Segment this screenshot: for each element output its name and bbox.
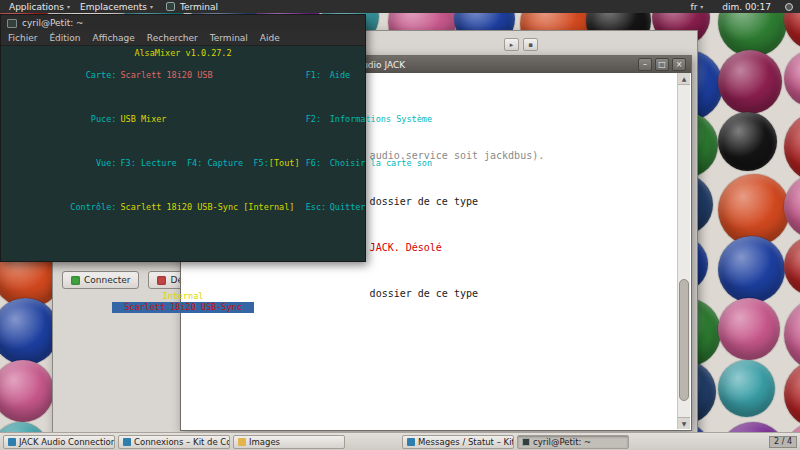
- terminal-content[interactable]: AlsaMixer v1.0.27.2 Carte:Scarlett 18i20…: [1, 46, 365, 261]
- menu-item[interactable]: Affichage: [93, 33, 135, 43]
- alsamixer-row-label: Puce:: [68, 114, 116, 125]
- window-icon: [8, 438, 16, 446]
- window-icon: [238, 438, 246, 446]
- window-title: cyril@Petit: ~: [22, 18, 84, 28]
- chevron-down-icon: ▾: [700, 3, 703, 10]
- terminal-icon: [166, 2, 175, 11]
- taskbar-window-label: Messages / Statut – Kit de Conne...: [418, 437, 514, 447]
- connect-button-label: Connecter: [84, 275, 130, 285]
- alsamixer-selected-control[interactable]: Scarlett 18i20 USB-Sync: [112, 302, 254, 313]
- desktop-art-circle: [718, 236, 785, 303]
- scroll-up-icon[interactable]: ▲: [678, 73, 690, 85]
- terminal-icon: [7, 19, 17, 28]
- menu-item[interactable]: Rechercher: [147, 33, 198, 43]
- taskbar-window-button[interactable]: Connexions – Kit de Connexion Au...: [118, 435, 230, 449]
- desktop-art-circle: [718, 50, 782, 114]
- toolbar-icon-2[interactable]: ▪: [523, 38, 538, 51]
- alsamixer-header: Carte:Scarlett 18i20 USB F1:Aide Puce:US…: [1, 59, 365, 235]
- alsamixer-row-value: Scarlett 18i20 USB: [120, 70, 212, 80]
- chevron-down-icon: ▾: [150, 3, 153, 10]
- fkey-label: F2:: [306, 114, 330, 125]
- menu-item[interactable]: Aide: [260, 33, 280, 43]
- fkey-label: F6:: [306, 158, 330, 169]
- desktop-art-circle: [784, 50, 800, 107]
- workspace-indicator-label: 2 / 4: [774, 437, 792, 446]
- menu-item[interactable]: Édition: [49, 33, 80, 43]
- desktop-art-circle: [784, 174, 800, 239]
- places-menu[interactable]: Emplacements ▾: [75, 0, 158, 13]
- scroll-down-icon[interactable]: ▼: [678, 417, 690, 429]
- taskbar-window-button[interactable]: Images: [233, 435, 345, 449]
- keyboard-layout-indicator[interactable]: fr ▾: [685, 2, 708, 12]
- taskbar-window-button[interactable]: cyril@Petit: ~: [517, 435, 629, 449]
- desktop-art-circle: [718, 112, 777, 171]
- alsamixer-info-row: Contrôle:Scarlett 18i20 USB-Sync [Intern…: [1, 191, 365, 235]
- terminal-window: cyril@Petit: ~ Fichier Édition Affichage…: [0, 14, 366, 262]
- desktop-art-circle: [784, 236, 800, 296]
- scrollbar-thumb[interactable]: [679, 279, 689, 400]
- connect-icon: [71, 276, 80, 285]
- places-menu-label: Emplacements: [80, 2, 147, 12]
- keyboard-layout-label: fr: [690, 2, 697, 12]
- window-icon: [522, 438, 530, 446]
- alsamixer-title: AlsaMixer v1.0.27.2: [1, 48, 365, 59]
- taskbar-window-label: Connexions – Kit de Connexion Au...: [134, 437, 230, 447]
- maximize-icon[interactable]: □: [655, 58, 669, 71]
- taskbar-window-button[interactable]: JACK Audio Connection Kit [(par...: [3, 435, 115, 449]
- desktop-art-circle: [0, 360, 54, 422]
- menu-item[interactable]: Terminal: [210, 33, 248, 43]
- applications-menu[interactable]: Applications ▾: [4, 0, 75, 13]
- disconnect-icon: [157, 276, 166, 285]
- session-status-icon[interactable]: [785, 3, 793, 11]
- taskbar-window-label: cyril@Petit: ~: [533, 437, 591, 447]
- alsamixer-row-value: USB Mixer: [120, 114, 166, 124]
- fkey-label: Esc:: [306, 202, 330, 213]
- alsamixer-row-label: Carte:: [68, 70, 116, 81]
- vertical-scrollbar[interactable]: ▲ ▼: [677, 73, 690, 429]
- log-line: [189, 380, 674, 392]
- log-line: [189, 426, 674, 430]
- menu-item[interactable]: Fichier: [8, 33, 37, 43]
- close-icon[interactable]: ×: [672, 58, 686, 71]
- desktop: Applications ▾ Emplacements ▾ Terminal f…: [0, 0, 800, 450]
- fkey-label: F1:: [306, 70, 330, 81]
- active-app-indicator[interactable]: Terminal: [175, 0, 223, 13]
- toolbar-icon-1[interactable]: ▸: [504, 38, 519, 51]
- fkey-description: Aide: [330, 70, 350, 80]
- desktop-art-circle: [784, 360, 800, 428]
- alsamixer-fkey-hint: F1:Aide: [234, 59, 350, 92]
- taskbar-window-label: JACK Audio Connection Kit [(par...: [19, 437, 115, 447]
- minimize-icon[interactable]: –: [638, 58, 652, 71]
- clock[interactable]: dim. 00:17: [717, 2, 776, 12]
- connect-button[interactable]: Connecter: [62, 271, 139, 289]
- fkey-description: Choisir la carte son: [330, 158, 432, 168]
- desktop-art-circle: [784, 112, 800, 182]
- window-controls: – □ ×: [638, 58, 686, 71]
- terminal-titlebar[interactable]: cyril@Petit: ~: [1, 15, 365, 31]
- clock-label: dim. 00:17: [722, 2, 771, 12]
- jack-main-toolbar: ▸ ▪: [504, 38, 538, 51]
- taskbar-window-label: Images: [249, 437, 280, 447]
- alsamixer-fkey-hint: F2:Informations Système: [234, 103, 432, 136]
- alsamixer-info-row: Vue:F3: Lecture F4: Capture F5:[Tout] F6…: [1, 147, 365, 191]
- applications-menu-label: Applications: [9, 2, 64, 12]
- alsamixer-info-row: Puce:USB Mixer F2:Informations Système: [1, 103, 365, 147]
- alsamixer-fkey-hint: Esc:Quitter: [234, 191, 365, 224]
- log-line: [189, 334, 674, 346]
- panel-status-area: fr ▾ dim. 00:17: [685, 2, 796, 12]
- desktop-art-circle: [784, 298, 800, 371]
- alsamixer-item-value: Internal: [1, 291, 365, 302]
- taskbar-window-button[interactable]: Messages / Statut – Kit de Conne...: [402, 435, 514, 449]
- desktop-art-circle: [718, 360, 775, 417]
- chevron-down-icon: ▾: [67, 3, 70, 10]
- alsamixer-row-label: Vue:: [68, 158, 116, 169]
- terminal-menubar: Fichier Édition Affichage Rechercher Ter…: [1, 31, 365, 46]
- alsamixer-control-area: Internal Scarlett 18i20 USB-Sync: [1, 291, 365, 313]
- window-icon: [123, 438, 131, 446]
- alsamixer-row-label: Contrôle:: [68, 202, 116, 213]
- alsamixer-info-row: Carte:Scarlett 18i20 USB F1:Aide: [1, 59, 365, 103]
- fkey-description: Informations Système: [330, 114, 432, 124]
- workspace-switcher[interactable]: 2 / 4: [769, 436, 797, 448]
- window-list-taskbar: JACK Audio Connection Kit [(par... Conne…: [0, 432, 800, 450]
- top-panel: Applications ▾ Emplacements ▾ Terminal f…: [0, 0, 800, 13]
